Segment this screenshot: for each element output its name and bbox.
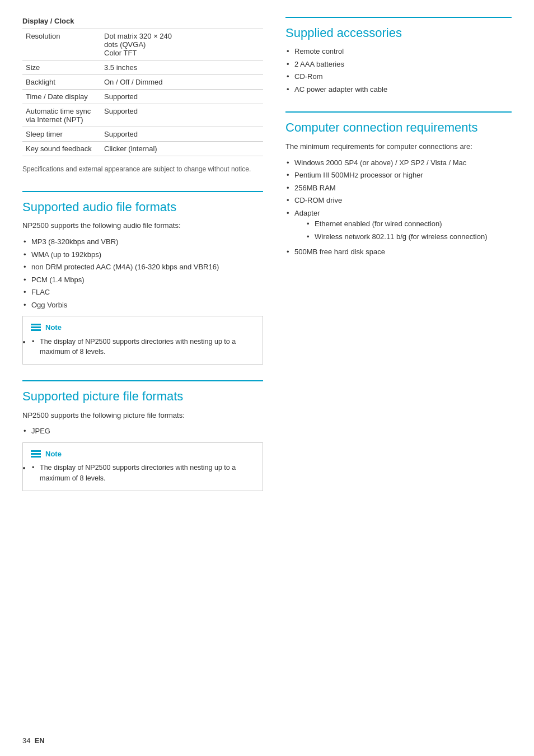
page-footer: 34 EN — [22, 736, 45, 745]
audio-note-box: Note The display of NP2500 supports dire… — [22, 316, 263, 365]
spec-label: Key sound feedback — [22, 142, 101, 156]
computer-connection-section: Computer connection requirements The min… — [285, 111, 512, 257]
adapter-sub-list: Ethernet enabled (for wired connection)W… — [306, 218, 512, 242]
spec-value: On / Off / Dimmed — [101, 75, 263, 90]
picture-formats-section: Supported picture file formats NP2500 su… — [22, 380, 263, 491]
display-clock-title: Display / Clock — [22, 17, 263, 25]
spec-label: Size — [22, 60, 101, 75]
audio-note-item: The display of NP2500 supports directori… — [31, 337, 255, 358]
spec-row: Key sound feedbackClicker (internal) — [22, 142, 263, 156]
audio-list-item: MP3 (8-320kbps and VBR) — [22, 236, 263, 248]
picture-divider — [22, 380, 263, 381]
page-number: 34 — [22, 736, 30, 745]
picture-note-header: Note — [31, 449, 255, 460]
spec-label: Time / Date display — [22, 90, 101, 104]
audio-list-item: WMA (up to 192kbps) — [22, 249, 263, 260]
spec-value: Supported — [101, 104, 263, 127]
spec-row: ResolutionDot matrix 320 × 240 dots (QVG… — [22, 29, 263, 60]
page-lang: EN — [35, 736, 45, 745]
picture-note-content: The display of NP2500 supports directori… — [31, 463, 255, 484]
specs-table: ResolutionDot matrix 320 × 240 dots (QVG… — [22, 29, 263, 156]
spec-row: Sleep timerSupported — [22, 127, 263, 142]
audio-note-content: The display of NP2500 supports directori… — [31, 337, 255, 358]
spec-value: Supported — [101, 90, 263, 104]
picture-note-box: Note The display of NP2500 supports dire… — [22, 442, 263, 491]
computer-list-item: CD-ROM drive — [285, 195, 512, 206]
spec-value: Dot matrix 320 × 240 dots (QVGA) Color T… — [101, 29, 263, 60]
audio-note-label: Note — [45, 322, 62, 333]
supplied-accessories-section: Supplied accessories Remote control2 AAA… — [285, 17, 512, 95]
accessories-divider — [285, 17, 512, 18]
picture-note-item: The display of NP2500 supports directori… — [31, 463, 255, 484]
computer-list-item: Windows 2000 SP4 (or above) / XP SP2 / V… — [285, 157, 512, 169]
picture-note-icon — [31, 450, 41, 458]
computer-list: Windows 2000 SP4 (or above) / XP SP2 / V… — [285, 157, 512, 258]
spec-note: Specifications and external appearance a… — [22, 164, 263, 174]
spec-value: 3.5 inches — [101, 60, 263, 75]
adapter-sub-item: Ethernet enabled (for wired connection) — [306, 218, 512, 230]
computer-divider — [285, 111, 512, 113]
spec-label: Resolution — [22, 29, 101, 60]
spec-row: BacklightOn / Off / Dimmed — [22, 75, 263, 90]
adapter-sub-item: Wireless network 802.11 b/g (for wireles… — [306, 231, 512, 242]
note-icon — [31, 324, 41, 331]
accessories-section-title: Supplied accessories — [285, 26, 512, 40]
spec-row: Automatic time sync via Internet (NPT)Su… — [22, 104, 263, 127]
picture-list-item: JPEG — [22, 426, 263, 437]
accessories-list-item: 2 AAA batteries — [285, 59, 512, 70]
picture-section-title: Supported picture file formats — [22, 389, 263, 404]
spec-row: Time / Date displaySupported — [22, 90, 263, 104]
spec-label: Automatic time sync via Internet (NPT) — [22, 104, 101, 127]
computer-list-item: Pentium III 500MHz processor or higher — [285, 170, 512, 181]
audio-intro: NP2500 supports the following audio file… — [22, 220, 263, 232]
accessories-list-item: CD-Rom — [285, 71, 512, 82]
spec-row: Size3.5 inches — [22, 60, 263, 75]
computer-list-item: 500MB free hard disk space — [285, 246, 512, 258]
audio-list-item: FLAC — [22, 287, 263, 298]
audio-list-item: PCM (1.4 Mbps) — [22, 274, 263, 286]
picture-note-label: Note — [45, 449, 62, 460]
accessories-list-item: AC power adapter with cable — [285, 84, 512, 95]
computer-section-title: Computer connection requirements — [285, 120, 512, 135]
computer-intro: The minimum requirements for computer co… — [285, 141, 512, 153]
accessories-list-item: Remote control — [285, 46, 512, 57]
audio-note-header: Note — [31, 322, 255, 333]
computer-list-item: 256MB RAM — [285, 183, 512, 194]
spec-value: Supported — [101, 127, 263, 142]
display-clock-section: Display / Clock ResolutionDot matrix 320… — [22, 17, 263, 174]
audio-section-title: Supported audio file formats — [22, 200, 263, 214]
computer-list-item: AdapterEthernet enabled (for wired conne… — [285, 208, 512, 242]
spec-value: Clicker (internal) — [101, 142, 263, 156]
audio-list-item: Ogg Vorbis — [22, 300, 263, 311]
spec-label: Backlight — [22, 75, 101, 90]
picture-intro: NP2500 supports the following picture fi… — [22, 410, 263, 422]
audio-formats-section: Supported audio file formats NP2500 supp… — [22, 191, 263, 365]
spec-label: Sleep timer — [22, 127, 101, 142]
audio-list: MP3 (8-320kbps and VBR)WMA (up to 192kbp… — [22, 236, 263, 310]
audio-list-item: non DRM protected AAC (M4A) (16-320 kbps… — [22, 262, 263, 273]
picture-list: JPEG — [22, 426, 263, 437]
audio-divider — [22, 191, 263, 192]
accessories-list: Remote control2 AAA batteriesCD-RomAC po… — [285, 46, 512, 95]
